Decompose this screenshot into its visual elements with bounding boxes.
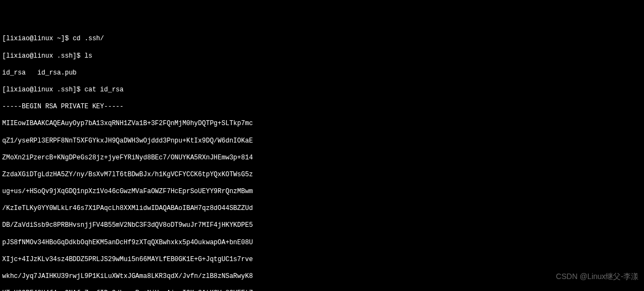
key-line: ZMoXn2iPzercB+KNgDPeGs28jz+jyeFYRiNyd8BE… [2,154,642,163]
key-line: ug+us/+HSoQv9jXqGDQ1npXz1Vo46cGwzMVaFaOW… [2,188,642,196]
key-line: pJS8fNMOv34HBoGqDdkbOqhEKM5anDcHf9zXTqQX… [2,239,642,247]
ls-output: id_rsa id_rsa.pub [2,69,642,78]
cmd-cd[interactable]: cd .ssh/ [73,35,104,42]
prompt-2: [lixiao@linux .ssh]$ [2,52,84,60]
watermark: CSDN @Linux继父-李漾 [556,271,639,281]
key-line: DB/ZaVdiSsb9c8PRBHvsnjjFV4B55mV2NbC3F3dQ… [2,221,642,230]
key-line: /KzIeTLKy0YY0WLkLr46s7X1PAqcLh8XXMlidwID… [2,205,642,213]
key-begin: -----BEGIN RSA PRIVATE KEY----- [2,103,642,112]
prompt-1: [lixiao@linux ~]$ [2,35,73,42]
key-line: XIjc+4IJzKLv34sz4BDDZ5PRLJS29wMui5n66MAY… [2,256,642,264]
key-line: ZzdaXGiDTgLdzHA5ZY/ny/BsXvM7lT6tBDwBJx/h… [2,171,642,179]
cmd-ls[interactable]: ls [84,52,92,60]
cmd-cat-idrsa[interactable]: cat id_rsa [84,86,123,94]
prompt-3: [lixiao@linux .ssh]$ [2,86,84,94]
key-line: MIIEowIBAAKCAQEAuyOyp7bA13xqRNH1ZVa1B+3F… [2,120,642,128]
key-line: qZ1/yseRPl3ERPF8NnT5XFGYkxJH9QaDWH3wOjdd… [2,137,642,146]
key-line: wkhc/Jyq7JAIHKU39rwjL9P1KiLuXWtxJGAma8LK… [2,273,642,281]
